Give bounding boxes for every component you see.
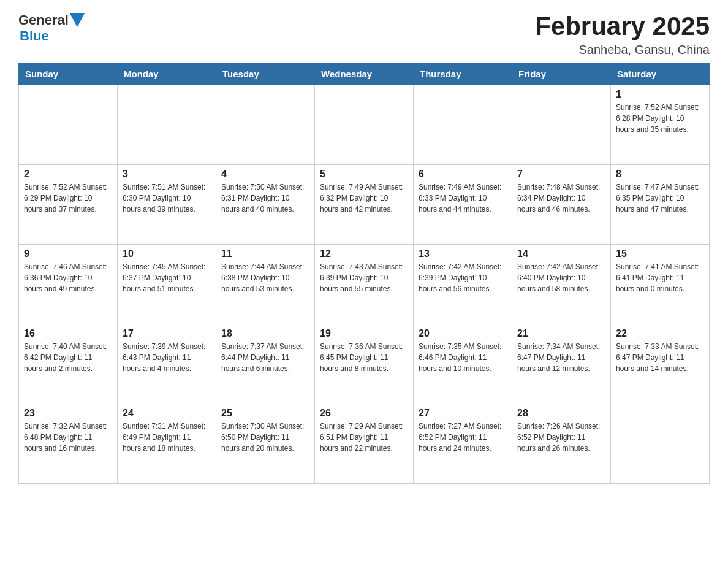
- day-info: Sunrise: 7:49 AM Sunset: 6:32 PM Dayligh…: [320, 182, 408, 215]
- day-info: Sunrise: 7:44 AM Sunset: 6:38 PM Dayligh…: [221, 261, 309, 294]
- day-info: Sunrise: 7:42 AM Sunset: 6:40 PM Dayligh…: [517, 261, 605, 294]
- table-row: 1Sunrise: 7:52 AM Sunset: 6:28 PM Daylig…: [611, 85, 710, 164]
- table-row: 15Sunrise: 7:41 AM Sunset: 6:41 PM Dayli…: [611, 244, 710, 324]
- day-number: 12: [320, 248, 408, 259]
- col-tuesday: Tuesday: [216, 64, 315, 85]
- day-number: 5: [320, 169, 408, 180]
- col-thursday: Thursday: [414, 64, 512, 85]
- day-number: 27: [419, 408, 507, 419]
- day-info: Sunrise: 7:34 AM Sunset: 6:47 PM Dayligh…: [517, 341, 605, 374]
- day-info: Sunrise: 7:42 AM Sunset: 6:39 PM Dayligh…: [419, 261, 507, 294]
- calendar-week-row: 1Sunrise: 7:52 AM Sunset: 6:28 PM Daylig…: [19, 85, 710, 164]
- table-row: 13Sunrise: 7:42 AM Sunset: 6:39 PM Dayli…: [414, 244, 512, 324]
- table-row: 4Sunrise: 7:50 AM Sunset: 6:31 PM Daylig…: [216, 164, 315, 244]
- logo-blue-text: Blue: [20, 28, 49, 44]
- table-row: 25Sunrise: 7:30 AM Sunset: 6:50 PM Dayli…: [216, 404, 315, 483]
- day-number: 3: [123, 169, 211, 180]
- table-row: 21Sunrise: 7:34 AM Sunset: 6:47 PM Dayli…: [512, 324, 611, 404]
- day-info: Sunrise: 7:35 AM Sunset: 6:46 PM Dayligh…: [419, 341, 507, 374]
- col-wednesday: Wednesday: [315, 64, 414, 85]
- table-row: 19Sunrise: 7:36 AM Sunset: 6:45 PM Dayli…: [315, 324, 414, 404]
- day-number: 18: [221, 328, 309, 339]
- day-info: Sunrise: 7:51 AM Sunset: 6:30 PM Dayligh…: [123, 182, 211, 215]
- day-info: Sunrise: 7:45 AM Sunset: 6:37 PM Dayligh…: [123, 261, 211, 294]
- table-row: 24Sunrise: 7:31 AM Sunset: 6:49 PM Dayli…: [118, 404, 216, 483]
- title-block: February 2025 Sanheba, Gansu, China: [535, 12, 710, 57]
- day-info: Sunrise: 7:41 AM Sunset: 6:41 PM Dayligh…: [616, 261, 704, 294]
- calendar-header-row: Sunday Monday Tuesday Wednesday Thursday…: [19, 64, 710, 85]
- table-row: 9Sunrise: 7:46 AM Sunset: 6:36 PM Daylig…: [19, 244, 118, 324]
- day-info: Sunrise: 7:52 AM Sunset: 6:28 PM Dayligh…: [616, 102, 704, 135]
- calendar-table: Sunday Monday Tuesday Wednesday Thursday…: [18, 63, 710, 484]
- table-row: [315, 85, 414, 164]
- day-number: 17: [123, 328, 211, 339]
- day-number: 7: [517, 169, 605, 180]
- col-saturday: Saturday: [611, 64, 710, 85]
- day-number: 13: [419, 248, 507, 259]
- day-info: Sunrise: 7:26 AM Sunset: 6:52 PM Dayligh…: [517, 421, 605, 454]
- table-row: 3Sunrise: 7:51 AM Sunset: 6:30 PM Daylig…: [118, 164, 216, 244]
- calendar-week-row: 9Sunrise: 7:46 AM Sunset: 6:36 PM Daylig…: [19, 244, 710, 324]
- day-number: 14: [517, 248, 605, 259]
- day-info: Sunrise: 7:48 AM Sunset: 6:34 PM Dayligh…: [517, 182, 605, 215]
- calendar-week-row: 23Sunrise: 7:32 AM Sunset: 6:48 PM Dayli…: [19, 404, 710, 483]
- table-row: [19, 85, 118, 164]
- day-number: 8: [616, 169, 704, 180]
- table-row: 14Sunrise: 7:42 AM Sunset: 6:40 PM Dayli…: [512, 244, 611, 324]
- page-header: General Blue February 2025 Sanheba, Gans…: [18, 12, 710, 57]
- calendar-week-row: 2Sunrise: 7:52 AM Sunset: 6:29 PM Daylig…: [19, 164, 710, 244]
- day-number: 11: [221, 248, 309, 259]
- day-info: Sunrise: 7:27 AM Sunset: 6:52 PM Dayligh…: [419, 421, 507, 454]
- table-row: [611, 404, 710, 483]
- calendar-week-row: 16Sunrise: 7:40 AM Sunset: 6:42 PM Dayli…: [19, 324, 710, 404]
- table-row: 11Sunrise: 7:44 AM Sunset: 6:38 PM Dayli…: [216, 244, 315, 324]
- day-info: Sunrise: 7:32 AM Sunset: 6:48 PM Dayligh…: [24, 421, 112, 454]
- table-row: 12Sunrise: 7:43 AM Sunset: 6:39 PM Dayli…: [315, 244, 414, 324]
- table-row: 27Sunrise: 7:27 AM Sunset: 6:52 PM Dayli…: [414, 404, 512, 483]
- logo: General Blue: [18, 12, 85, 44]
- table-row: 16Sunrise: 7:40 AM Sunset: 6:42 PM Dayli…: [19, 324, 118, 404]
- day-number: 25: [221, 408, 309, 419]
- table-row: [512, 85, 611, 164]
- day-info: Sunrise: 7:33 AM Sunset: 6:47 PM Dayligh…: [616, 341, 704, 374]
- day-info: Sunrise: 7:52 AM Sunset: 6:29 PM Dayligh…: [24, 182, 112, 215]
- table-row: [118, 85, 216, 164]
- day-number: 20: [419, 328, 507, 339]
- table-row: 2Sunrise: 7:52 AM Sunset: 6:29 PM Daylig…: [19, 164, 118, 244]
- day-number: 28: [517, 408, 605, 419]
- table-row: 10Sunrise: 7:45 AM Sunset: 6:37 PM Dayli…: [118, 244, 216, 324]
- day-info: Sunrise: 7:40 AM Sunset: 6:42 PM Dayligh…: [24, 341, 112, 374]
- day-number: 9: [24, 248, 112, 259]
- day-number: 19: [320, 328, 408, 339]
- table-row: 18Sunrise: 7:37 AM Sunset: 6:44 PM Dayli…: [216, 324, 315, 404]
- table-row: [216, 85, 315, 164]
- day-number: 26: [320, 408, 408, 419]
- day-number: 21: [517, 328, 605, 339]
- location-subtitle: Sanheba, Gansu, China: [535, 43, 710, 57]
- day-number: 23: [24, 408, 112, 419]
- table-row: 5Sunrise: 7:49 AM Sunset: 6:32 PM Daylig…: [315, 164, 414, 244]
- day-info: Sunrise: 7:43 AM Sunset: 6:39 PM Dayligh…: [320, 261, 408, 294]
- table-row: 7Sunrise: 7:48 AM Sunset: 6:34 PM Daylig…: [512, 164, 611, 244]
- table-row: 20Sunrise: 7:35 AM Sunset: 6:46 PM Dayli…: [414, 324, 512, 404]
- day-number: 16: [24, 328, 112, 339]
- table-row: 26Sunrise: 7:29 AM Sunset: 6:51 PM Dayli…: [315, 404, 414, 483]
- day-info: Sunrise: 7:39 AM Sunset: 6:43 PM Dayligh…: [123, 341, 211, 374]
- table-row: 8Sunrise: 7:47 AM Sunset: 6:35 PM Daylig…: [611, 164, 710, 244]
- table-row: 6Sunrise: 7:49 AM Sunset: 6:33 PM Daylig…: [414, 164, 512, 244]
- table-row: 17Sunrise: 7:39 AM Sunset: 6:43 PM Dayli…: [118, 324, 216, 404]
- day-info: Sunrise: 7:30 AM Sunset: 6:50 PM Dayligh…: [221, 421, 309, 454]
- day-number: 22: [616, 328, 704, 339]
- day-number: 6: [419, 169, 507, 180]
- day-number: 24: [123, 408, 211, 419]
- table-row: [414, 85, 512, 164]
- day-number: 4: [221, 169, 309, 180]
- logo-triangle-icon: [70, 13, 85, 27]
- col-friday: Friday: [512, 64, 611, 85]
- col-sunday: Sunday: [19, 64, 118, 85]
- day-info: Sunrise: 7:36 AM Sunset: 6:45 PM Dayligh…: [320, 341, 408, 374]
- month-title: February 2025: [535, 12, 710, 40]
- day-info: Sunrise: 7:37 AM Sunset: 6:44 PM Dayligh…: [221, 341, 309, 374]
- table-row: 28Sunrise: 7:26 AM Sunset: 6:52 PM Dayli…: [512, 404, 611, 483]
- table-row: 22Sunrise: 7:33 AM Sunset: 6:47 PM Dayli…: [611, 324, 710, 404]
